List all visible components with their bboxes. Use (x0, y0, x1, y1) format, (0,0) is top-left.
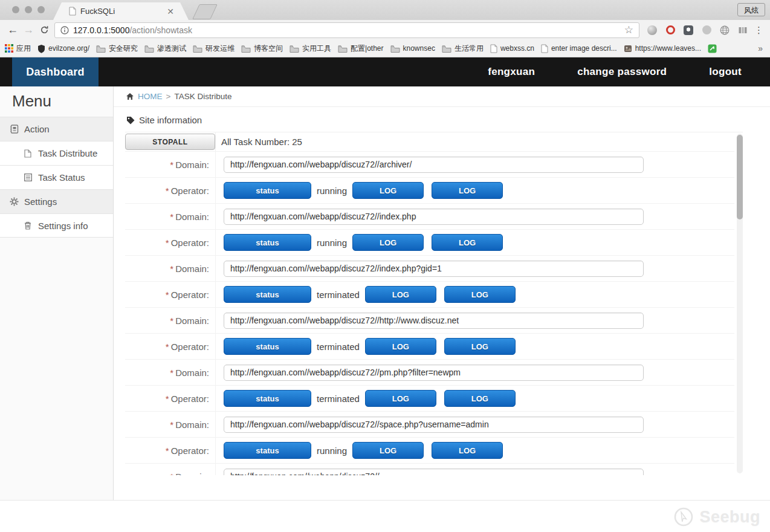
bookmark-item[interactable]: 渗透测试 (144, 44, 186, 54)
bookmark-star-icon[interactable]: ☆ (624, 24, 633, 36)
operator-label: *Operator: (125, 230, 216, 255)
log-button[interactable]: LOG (432, 234, 503, 251)
status-button[interactable]: status (224, 182, 311, 199)
sidebar-item-label: Task Status (38, 172, 85, 183)
log-button[interactable]: LOG (365, 390, 436, 407)
domain-input[interactable] (224, 209, 644, 225)
bookmark-label: 博客空间 (254, 44, 283, 54)
bookmark-item[interactable]: 博客空间 (241, 44, 283, 54)
grey-circle-extension-icon[interactable] (701, 25, 712, 36)
dark-square-extension-icon[interactable] (683, 25, 694, 36)
bookmark-item[interactable]: 安全研究 (96, 44, 138, 54)
bookmark-item[interactable]: 生活常用 (442, 44, 484, 54)
required-asterisk: * (166, 342, 169, 352)
browser-tab[interactable]: FuckSQLi ✕ (53, 2, 189, 20)
bookmark-item[interactable] (708, 44, 717, 53)
bookmark-label: 配置|other (351, 44, 383, 54)
domain-input[interactable] (224, 261, 644, 277)
domain-label: *Domain: (125, 152, 216, 177)
browser-profile-button[interactable]: 风炫 (737, 3, 765, 16)
log-button[interactable]: LOG (444, 390, 516, 407)
domain-input[interactable] (224, 469, 644, 476)
status-button[interactable]: status (224, 442, 311, 459)
domain-label-text: Domain: (175, 316, 209, 326)
sidebar-item-settings-info[interactable]: Settings info (0, 213, 113, 238)
scrollbar-track[interactable] (737, 134, 743, 473)
bookmark-item[interactable]: 应用 (5, 44, 31, 54)
log-button[interactable]: LOG (352, 234, 424, 251)
sidebar-item-action[interactable]: Action (0, 117, 113, 141)
sidebar-item-label: Action (24, 124, 50, 134)
required-asterisk: * (170, 420, 173, 430)
bookmark-item[interactable]: enter image descri... (541, 44, 617, 53)
globe-extension-icon[interactable] (719, 25, 730, 36)
status-button[interactable]: status (224, 234, 311, 251)
bookmark-item[interactable]: 研发运维 (193, 44, 235, 54)
bookmark-item[interactable]: 实用工具 (290, 44, 331, 54)
opera-extension-icon[interactable] (665, 25, 676, 36)
site-info-icon[interactable] (60, 26, 69, 34)
log-button[interactable]: LOG (432, 442, 503, 459)
close-tab-icon[interactable]: ✕ (167, 7, 174, 16)
domain-input[interactable] (224, 157, 644, 173)
url-bar[interactable]: 127.0.0.1:5000/action/showtask ☆ (54, 22, 639, 38)
log-button[interactable]: LOG (365, 286, 436, 303)
stopall-button[interactable]: STOPALL (125, 134, 215, 150)
page-icon (69, 7, 76, 16)
main-content: HOME > TASK Distribute Site information … (114, 86, 770, 500)
shield-icon (37, 44, 45, 53)
status-button[interactable]: status (224, 286, 311, 303)
log-button[interactable]: LOG (365, 338, 436, 355)
bookmark-item[interactable]: knownsec (390, 44, 435, 53)
sidebar-item-settings[interactable]: Settings (0, 189, 113, 213)
operator-row: *Operator:statusrunningLOGLOG (125, 178, 734, 204)
zoom-window-button[interactable] (37, 6, 45, 13)
domain-label-text: Domain: (175, 212, 209, 222)
navbar-link-logout[interactable]: logout (688, 66, 763, 78)
operator-label-text: Operator: (171, 446, 209, 456)
domain-label-text: Domain: (175, 420, 209, 430)
required-asterisk: * (170, 160, 173, 170)
domain-input[interactable] (224, 313, 644, 329)
bookmark-item[interactable]: https://www.leaves... (624, 44, 701, 53)
domain-input[interactable] (224, 417, 644, 433)
bookmark-item[interactable]: evilzone.org/ (37, 44, 89, 53)
new-tab-button[interactable] (192, 4, 218, 19)
dashboard-brand[interactable]: Dashboard (12, 57, 99, 86)
stopall-row: STOPALL All Task Number: 25 (125, 132, 734, 152)
folder-icon (193, 45, 202, 53)
sidebar-item-task-distribute[interactable]: Task Distribute (0, 141, 113, 165)
scrollbar-thumb[interactable] (737, 135, 743, 219)
log-button[interactable]: LOG (352, 442, 424, 459)
bookmark-label: 研发运维 (205, 44, 235, 54)
domain-label-text: Domain: (175, 264, 209, 274)
forward-icon[interactable]: → (21, 24, 36, 36)
operator-label: *Operator: (125, 334, 216, 359)
navbar-link-change-password[interactable]: change password (556, 66, 688, 78)
sidebar-item-task-status[interactable]: Task Status (0, 165, 113, 189)
log-button[interactable]: LOG (444, 338, 516, 355)
bookmark-item[interactable]: 配置|other (338, 44, 383, 54)
domain-input[interactable] (224, 365, 644, 381)
bookmark-item[interactable]: webxss.cn (490, 44, 534, 53)
refresh-icon[interactable] (36, 25, 52, 34)
log-button[interactable]: LOG (432, 182, 503, 199)
log-button[interactable]: LOG (352, 182, 424, 199)
browser-menu-icon[interactable]: ⋮ (754, 25, 763, 36)
status-button[interactable]: status (224, 390, 311, 407)
sphere-extension-icon[interactable] (647, 25, 658, 36)
back-icon[interactable]: ← (5, 24, 21, 36)
image-icon (624, 45, 632, 53)
breadcrumb-home-link[interactable]: HOME (138, 92, 163, 101)
folder-icon (144, 45, 154, 53)
operator-row: *Operator:statusterminatedLOGLOG (125, 386, 734, 412)
close-window-button[interactable] (12, 6, 19, 13)
operator-label-text: Operator: (171, 290, 209, 300)
bookmarks-overflow-icon[interactable]: » (758, 44, 765, 53)
bookmark-label: https://www.leaves... (635, 44, 701, 53)
navbar-link-fengxuan[interactable]: fengxuan (467, 66, 556, 78)
minimize-window-button[interactable] (25, 6, 32, 13)
columns-extension-icon[interactable] (737, 25, 748, 36)
status-button[interactable]: status (224, 338, 311, 355)
log-button[interactable]: LOG (444, 286, 516, 303)
